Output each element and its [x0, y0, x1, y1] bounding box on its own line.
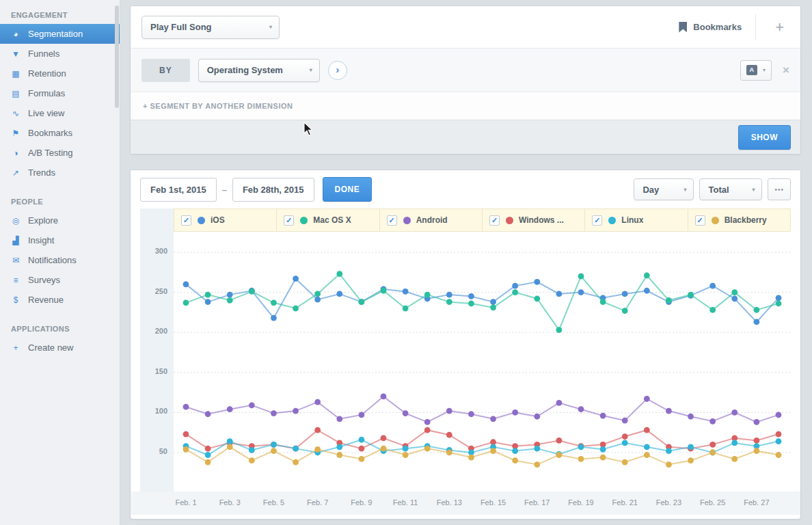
legend-item-blackberry[interactable]: ✓ Blackberry: [688, 209, 790, 231]
legend-checkbox[interactable]: ✓: [695, 215, 705, 226]
event-selector-value: Play Full Song: [150, 22, 212, 32]
series-color-dot: [608, 217, 616, 224]
series-color-dot: [198, 217, 205, 224]
x-axis-label: Feb. 7: [307, 498, 328, 507]
sidebar: ENGAGEMENT ◕ Segmentation ▼ Funnels ▦ Re…: [0, 0, 120, 525]
dimension-selector-value: Operating System: [207, 65, 283, 75]
y-axis-label: 200: [155, 327, 167, 335]
legend-checkbox[interactable]: ✓: [489, 215, 500, 226]
sidebar-item-label: Trends: [28, 167, 55, 178]
legend-item-linux[interactable]: ✓ Linux: [584, 209, 687, 231]
sidebar-item-label: Create new: [28, 342, 73, 353]
show-button[interactable]: SHOW: [738, 125, 791, 150]
x-axis-label: Feb. 15: [481, 498, 506, 507]
series-label: Android: [416, 215, 448, 225]
x-axis-label: Feb. 13: [437, 498, 462, 507]
bookmarks-button[interactable]: Bookmarks: [679, 22, 742, 33]
apply-dimension-button[interactable]: ›: [328, 61, 347, 80]
sidebar-item-trends[interactable]: ↗ Trends: [0, 163, 120, 183]
explore-icon: ◎: [10, 216, 22, 226]
sidebar-item-bookmarks[interactable]: ⚑ Bookmarks: [0, 123, 120, 143]
series-color-dot: [300, 217, 308, 224]
sidebar-item-formulas[interactable]: ▤ Formulas: [0, 83, 120, 103]
section-title: APPLICATIONS: [0, 321, 120, 338]
sidebar-item-ab-testing[interactable]: ◑ A/B Testing: [0, 143, 120, 163]
x-axis-label: Feb. 19: [568, 498, 593, 507]
bar-chart-icon: ▟: [10, 236, 22, 245]
pulse-icon: ∿: [10, 109, 22, 118]
chevron-down-icon: ▾: [763, 67, 766, 73]
sidebar-item-revenue[interactable]: $ Revenue: [0, 290, 120, 310]
by-label: BY: [141, 59, 190, 82]
event-selector[interactable]: Play Full Song ▾: [141, 16, 280, 39]
legend-checkbox[interactable]: ✓: [592, 215, 602, 226]
sidebar-item-funnels[interactable]: ▼ Funnels: [0, 44, 120, 64]
legend-checkbox[interactable]: ✓: [284, 215, 294, 226]
legend-item-mac-os-x[interactable]: ✓ Mac OS X: [276, 209, 379, 231]
sidebar-item-surveys[interactable]: ≡ Surveys: [0, 270, 120, 290]
x-axis-label: Feb. 1: [175, 498, 196, 507]
done-button[interactable]: DONE: [323, 177, 373, 202]
legend-item-android[interactable]: ✓ Android: [379, 209, 482, 231]
aggregation-selector[interactable]: Total ▾: [699, 178, 762, 200]
sidebar-item-insight[interactable]: ▟ Insight: [0, 230, 120, 250]
arrow-right-icon: ›: [336, 64, 339, 75]
query-footer: SHOW: [131, 120, 800, 154]
chart-plot-area[interactable]: [174, 232, 791, 492]
ab-test-icon: ◑: [10, 148, 22, 158]
event-row: Play Full Song ▾ Bookmarks +: [131, 6, 800, 49]
divider: [755, 14, 756, 40]
series-label: Linux: [621, 215, 643, 225]
date-to-button[interactable]: Feb 28th, 2015: [232, 178, 314, 202]
query-builder-panel: Play Full Song ▾ Bookmarks + BY Operatin…: [130, 5, 801, 154]
series-color-dot: [403, 217, 411, 224]
sidebar-section-people: PEOPLE ◎ Explore ▟ Insight ✉ Notificatio…: [0, 193, 120, 310]
chart-body: 50100150200250300 ✓ iOS ✓ Mac OS X ✓ And…: [140, 208, 791, 492]
add-report-button[interactable]: +: [770, 18, 789, 36]
remove-segment-button[interactable]: ×: [783, 64, 789, 77]
calculator-icon: ▤: [10, 89, 22, 98]
chart-toolbar: Feb 1st, 2015 – Feb 28th, 2015 DONE Day …: [131, 170, 800, 208]
sidebar-item-retention[interactable]: ▦ Retention: [0, 64, 120, 83]
series-color-dot: [712, 217, 719, 224]
section-title: PEOPLE: [0, 193, 120, 211]
legend-checkbox[interactable]: ✓: [387, 215, 397, 226]
bookmark-icon: ⚑: [10, 129, 22, 138]
y-axis-label: 50: [159, 447, 167, 455]
sidebar-item-segmentation[interactable]: ◕ Segmentation: [0, 24, 120, 44]
sidebar-item-explore[interactable]: ◎ Explore: [0, 211, 120, 230]
sidebar-item-label: Surveys: [28, 275, 60, 285]
sidebar-scrollbar[interactable]: [115, 5, 119, 108]
y-axis-label: 300: [155, 247, 167, 255]
sidebar-section-engagement: ENGAGEMENT ◕ Segmentation ▼ Funnels ▦ Re…: [0, 7, 120, 183]
date-from-button[interactable]: Feb 1st, 2015: [140, 178, 217, 202]
legend-checkbox[interactable]: ✓: [181, 215, 191, 226]
interval-selector-value: Day: [642, 185, 659, 195]
x-axis: Feb. 1Feb. 3Feb. 5Feb. 7Feb. 9Feb. 11Feb…: [131, 492, 800, 515]
dollar-icon: $: [10, 295, 22, 305]
x-axis-label: Feb. 27: [744, 498, 769, 507]
add-segment-row: + SEGMENT BY ANOTHER DIMENSION: [131, 92, 800, 120]
segment-by-another-dimension-link[interactable]: + SEGMENT BY ANOTHER DIMENSION: [143, 102, 293, 110]
legend-item-windows[interactable]: ✓ Windows ...: [482, 209, 584, 231]
sidebar-section-applications: APPLICATIONS + Create new: [0, 321, 120, 358]
sidebar-item-notifications[interactable]: ✉ Notifications: [0, 250, 120, 270]
segment-display-selector[interactable]: A ▾: [740, 60, 772, 81]
trends-icon: ↗: [10, 168, 22, 178]
chart-legend: ✓ iOS ✓ Mac OS X ✓ Android ✓ Win: [174, 208, 791, 232]
sidebar-item-label: Funnels: [28, 49, 59, 59]
list-icon: ≡: [10, 275, 22, 285]
sidebar-item-live-view[interactable]: ∿ Live view: [0, 103, 120, 123]
interval-selector[interactable]: Day ▾: [634, 178, 694, 200]
letter-a-icon: A: [746, 65, 758, 75]
dimension-selector[interactable]: Operating System ▾: [198, 59, 320, 82]
sidebar-item-create-new[interactable]: + Create new: [0, 338, 120, 358]
date-range-dash: –: [222, 185, 227, 195]
legend-item-ios[interactable]: ✓ iOS: [174, 209, 276, 231]
series-label: iOS: [211, 215, 225, 225]
more-options-button[interactable]: •••: [768, 178, 791, 200]
y-axis-label: 150: [155, 367, 167, 375]
series-color-dot: [506, 217, 513, 224]
grid-icon: ▦: [10, 69, 22, 79]
x-axis-label: Feb. 23: [656, 498, 681, 507]
